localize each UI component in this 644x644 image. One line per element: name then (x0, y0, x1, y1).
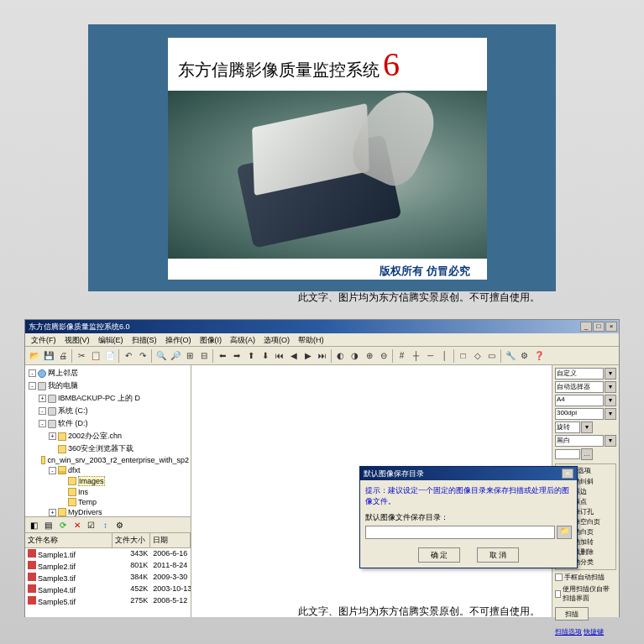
expander-icon[interactable]: + (49, 432, 56, 440)
tree-item[interactable]: Ins (27, 487, 189, 497)
file-row[interactable]: Sample5.tif275K2008-5-12 (25, 595, 191, 607)
tree-item[interactable]: +IBMBACKUP-PC 上的 D (27, 392, 189, 405)
toolbar-btn-16[interactable]: ⬅ (215, 348, 229, 363)
file-row[interactable]: Sample1.tif343K2006-6-16 (25, 548, 191, 560)
column-header[interactable]: 文件名称 (25, 533, 113, 547)
toolbar-btn-39[interactable]: 🔧 (503, 348, 517, 363)
toolbar-btn-8[interactable]: ↶ (121, 348, 135, 363)
toolbar-btn-31[interactable]: ┼ (409, 348, 423, 363)
expander-icon[interactable]: - (29, 369, 36, 377)
options-link[interactable]: 快捷键 (584, 627, 604, 636)
toolbar-btn-20[interactable]: ⏮ (272, 348, 286, 363)
color-swatch[interactable] (555, 449, 580, 459)
checkbox[interactable] (555, 590, 561, 598)
toolbar-btn-13[interactable]: ⊞ (182, 348, 196, 363)
view-thumb-button[interactable]: ◧ (28, 519, 40, 531)
toolbar-btn-40[interactable]: ⚙ (517, 348, 531, 363)
ok-button[interactable]: 确 定 (418, 547, 460, 563)
menu-item-1[interactable]: 视图(V) (60, 333, 94, 346)
toolbar-btn-33[interactable]: │ (437, 348, 452, 363)
color-pick-button[interactable]: … (581, 448, 593, 460)
toolbar-btn-5[interactable]: 📋 (88, 348, 102, 363)
scan-select-2[interactable]: A4 (555, 395, 604, 406)
menu-item-5[interactable]: 图像(I) (196, 333, 227, 346)
delete-button[interactable]: ✕ (71, 519, 83, 531)
tree-item[interactable]: +2002办公室.chn (27, 430, 189, 442)
scan-button[interactable]: 扫描 (555, 607, 589, 620)
settings-button[interactable]: ⚙ (113, 519, 126, 531)
tree-item[interactable]: -我的电脑 (27, 380, 189, 392)
close-button[interactable]: × (605, 322, 617, 332)
maximize-button[interactable]: □ (593, 322, 605, 332)
expander-icon[interactable]: - (29, 382, 36, 390)
toolbar-btn-2[interactable]: 🖨 (55, 348, 70, 363)
expander-icon[interactable]: - (39, 407, 46, 415)
scan-select-3[interactable]: 300dpi (555, 408, 604, 420)
file-row[interactable]: Sample2.tif801K2011-8-24 (25, 560, 191, 572)
tree-item[interactable]: -系统 (C:) (27, 405, 189, 417)
file-list[interactable]: 文件名称文件大小日期 Sample1.tif343K2006-6-16Sampl… (25, 533, 191, 617)
toolbar-btn-6[interactable]: 📄 (102, 348, 117, 363)
menu-item-4[interactable]: 操作(O) (161, 333, 196, 346)
tree-item[interactable]: +MyDrivers (27, 507, 189, 516)
file-row[interactable]: Sample4.tif452K2003-10-13 (25, 584, 191, 595)
dialog-close-button[interactable]: × (562, 469, 573, 479)
dropdown-icon[interactable]: ▾ (581, 421, 593, 433)
scan-select-1[interactable]: 自动选择器 (555, 381, 604, 393)
toolbar-btn-28[interactable]: ⊖ (376, 348, 390, 363)
dropdown-icon[interactable]: ▾ (605, 408, 616, 420)
tree-item[interactable]: -软件 (D:) (27, 417, 189, 430)
toolbar-btn-11[interactable]: 🔍 (154, 348, 168, 363)
menu-item-0[interactable]: 文件(F) (27, 333, 60, 346)
expander-icon[interactable]: + (39, 395, 46, 402)
toolbar-btn-1[interactable]: 💾 (41, 348, 55, 363)
tree-item[interactable]: Images (27, 475, 189, 487)
menu-item-2[interactable]: 编辑(E) (94, 333, 128, 346)
dropdown-icon[interactable]: ▾ (605, 368, 616, 380)
tree-item[interactable]: -网上邻居 (27, 367, 189, 380)
menu-item-6[interactable]: 高级(A) (226, 333, 259, 346)
toolbar-btn-37[interactable]: ▭ (484, 348, 499, 363)
toolbar-btn-36[interactable]: ◇ (470, 348, 484, 363)
toolbar-btn-0[interactable]: 📂 (27, 348, 41, 363)
expander-icon[interactable]: + (49, 509, 56, 516)
tree-item[interactable]: -dfxt (27, 465, 189, 475)
scan-select-0[interactable]: 自定义 (555, 368, 604, 380)
sort-button[interactable]: ↕ (99, 519, 112, 531)
menu-item-3[interactable]: 扫描(S) (128, 333, 161, 346)
browse-button[interactable]: 📁 (557, 526, 572, 539)
expander-icon[interactable]: - (49, 467, 56, 474)
toolbar-btn-14[interactable]: ⊟ (196, 348, 211, 363)
options-link[interactable]: 扫描选项 (555, 627, 582, 636)
column-header[interactable]: 文件大小 (113, 533, 150, 547)
dropdown-icon[interactable]: ▾ (605, 381, 616, 393)
toolbar-btn-4[interactable]: ✂ (74, 348, 88, 363)
toolbar-btn-25[interactable]: ◐ (333, 348, 348, 363)
toolbar-btn-23[interactable]: ⏭ (315, 348, 329, 363)
view-list-button[interactable]: ▤ (42, 519, 55, 531)
file-row[interactable]: Sample3.tif384K2009-3-30 (25, 572, 191, 584)
column-header[interactable]: 日期 (150, 533, 191, 547)
tree-item[interactable]: cn_win_srv_2003_r2_enterprise_with_sp2 (27, 455, 189, 465)
toolbar-btn-18[interactable]: ⬆ (243, 348, 258, 363)
toolbar-btn-17[interactable]: ➡ (229, 348, 243, 363)
toolbar-btn-26[interactable]: ◑ (348, 348, 362, 363)
rotate-select[interactable]: 旋转 (555, 421, 580, 433)
menu-item-8[interactable]: 帮助(H) (294, 333, 328, 346)
toolbar-btn-41[interactable]: ❓ (531, 348, 546, 363)
toolbar-btn-35[interactable]: □ (456, 348, 470, 363)
expander-icon[interactable]: - (39, 420, 46, 427)
toolbar-btn-21[interactable]: ◀ (286, 348, 301, 363)
toolbar-btn-32[interactable]: ─ (423, 348, 437, 363)
toolbar-btn-30[interactable]: # (395, 348, 409, 363)
dropdown-icon[interactable]: ▾ (605, 435, 616, 447)
select-all-button[interactable]: ☑ (85, 519, 97, 531)
toolbar-btn-27[interactable]: ⊕ (362, 348, 376, 363)
cancel-button[interactable]: 取 消 (477, 547, 519, 563)
save-dir-input[interactable] (365, 526, 555, 539)
color-mode[interactable]: 黑白 (555, 435, 604, 447)
dropdown-icon[interactable]: ▾ (605, 395, 616, 406)
toolbar-btn-9[interactable]: ↷ (135, 348, 149, 363)
checkbox[interactable] (555, 573, 563, 581)
toolbar-btn-12[interactable]: 🔎 (168, 348, 182, 363)
